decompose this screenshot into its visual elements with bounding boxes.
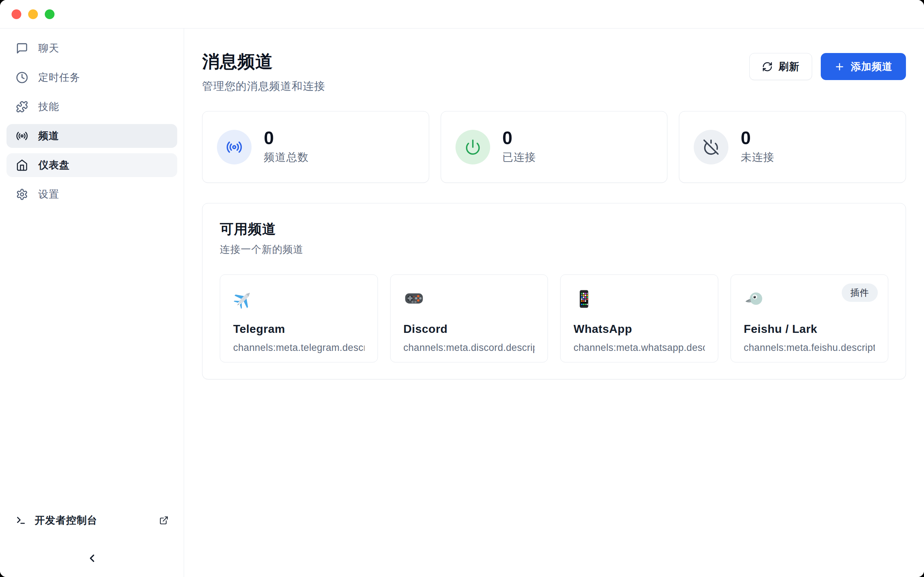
channel-description: channels:meta.whatsapp.description (573, 342, 705, 353)
stat-label: 已连接 (502, 150, 536, 165)
page-subtitle: 管理您的消息频道和连接 (202, 79, 325, 94)
sidebar-item-label: 频道 (38, 129, 59, 143)
page-title-block: 消息频道 管理您的消息频道和连接 (202, 50, 325, 94)
stat-label: 频道总数 (264, 150, 309, 165)
available-channels-subtitle: 连接一个新的频道 (220, 243, 888, 256)
plugin-badge: 插件 (842, 284, 878, 302)
external-link-icon[interactable] (159, 516, 168, 525)
chat-icon (16, 42, 28, 55)
refresh-button[interactable]: 刷新 (749, 53, 812, 80)
channel-card-feishu-lark[interactable]: 插件 Feishu / Lark channels:meta.feishu.de… (730, 274, 888, 363)
mobile-phone-emoji (573, 288, 594, 309)
sidebar-item-settings[interactable]: 设置 (6, 182, 177, 206)
refresh-button-label: 刷新 (779, 60, 800, 74)
stat-card: 0 频道总数 (202, 111, 429, 183)
puzzle-icon (16, 101, 28, 113)
window-controls (11, 10, 55, 19)
header-actions: 刷新 添加频道 (749, 53, 906, 80)
available-channels-panel: 可用频道 连接一个新的频道 Telegram channels:meta.tel… (202, 203, 906, 379)
stat-card: 0 未连接 (679, 111, 906, 183)
bird-emoji (744, 288, 765, 309)
stats-row: 0 频道总数 0 已连接 0 未连接 (202, 111, 906, 183)
channel-description: channels:meta.feishu.description (744, 342, 875, 353)
channel-description: channels:meta.telegram.description (233, 342, 365, 353)
stat-value: 0 (502, 129, 536, 147)
sidebar: 聊天 定时任务 技能 频道 仪表盘 设置 开发者控制台 (0, 29, 184, 577)
radio-icon (16, 130, 28, 142)
game-controller-emoji (404, 288, 425, 309)
home-icon (16, 159, 28, 171)
sidebar-item-label: 仪表盘 (38, 158, 69, 172)
power-off-icon (694, 130, 729, 164)
close-window-button[interactable] (11, 10, 21, 19)
channel-card-whatsapp[interactable]: WhatsApp channels:meta.whatsapp.descript… (560, 274, 718, 363)
sidebar-item-label: 定时任务 (38, 71, 80, 84)
sidebar-nav: 聊天 定时任务 技能 频道 仪表盘 设置 (0, 36, 184, 206)
minimize-window-button[interactable] (28, 10, 38, 19)
clock-icon (16, 71, 28, 84)
sidebar-item-channels[interactable]: 频道 (6, 124, 177, 148)
app-shell: 聊天 定时任务 技能 频道 仪表盘 设置 开发者控制台 (0, 29, 924, 577)
sidebar-item-tasks[interactable]: 定时任务 (6, 66, 177, 89)
zoom-window-button[interactable] (45, 10, 55, 19)
airplane-emoji (233, 288, 254, 309)
channel-name: Feishu / Lark (744, 322, 875, 336)
developer-console-link[interactable]: 开发者控制台 (0, 508, 184, 532)
terminal-icon (16, 515, 26, 525)
app-window: 聊天 定时任务 技能 频道 仪表盘 设置 开发者控制台 (0, 0, 924, 577)
sidebar-item-label: 聊天 (38, 42, 59, 55)
sidebar-item-dashboard[interactable]: 仪表盘 (6, 153, 177, 177)
stat-label: 未连接 (741, 150, 774, 165)
gear-icon (16, 188, 28, 200)
page-header: 消息频道 管理您的消息频道和连接 刷新 添加频道 (202, 50, 906, 94)
channel-card-discord[interactable]: Discord channels:meta.discord.descriptio… (390, 274, 548, 363)
stat-card: 0 已连接 (441, 111, 668, 183)
channel-name: Discord (404, 322, 535, 336)
collapse-sidebar-button[interactable] (84, 551, 100, 567)
page-title: 消息频道 (202, 50, 325, 73)
add-channel-button[interactable]: 添加频道 (821, 53, 906, 80)
sidebar-item-chat[interactable]: 聊天 (6, 36, 177, 60)
main-content: 消息频道 管理您的消息频道和连接 刷新 添加频道 0 频道总数 (184, 29, 924, 577)
available-channels-title: 可用频道 (220, 220, 888, 239)
sidebar-item-label: 技能 (38, 100, 59, 114)
refresh-icon (762, 61, 773, 72)
radio-icon (217, 130, 252, 164)
channel-name: Telegram (233, 322, 365, 336)
sidebar-item-skills[interactable]: 技能 (6, 95, 177, 119)
plus-icon (834, 61, 845, 72)
stat-value: 0 (741, 129, 774, 147)
channel-name: WhatsApp (573, 322, 705, 336)
power-icon (456, 130, 490, 164)
add-channel-button-label: 添加频道 (851, 60, 893, 74)
sidebar-bottom: 开发者控制台 (0, 508, 184, 567)
stat-value: 0 (264, 129, 309, 147)
sidebar-collapse-row (0, 551, 184, 567)
channel-description: channels:meta.discord.description (404, 342, 535, 353)
channel-grid: Telegram channels:meta.telegram.descript… (220, 274, 888, 363)
developer-console-label: 开发者控制台 (35, 514, 97, 527)
sidebar-item-label: 设置 (38, 187, 59, 201)
chevron-left-icon (86, 552, 98, 566)
channel-card-telegram[interactable]: Telegram channels:meta.telegram.descript… (220, 274, 378, 363)
titlebar (0, 0, 924, 29)
